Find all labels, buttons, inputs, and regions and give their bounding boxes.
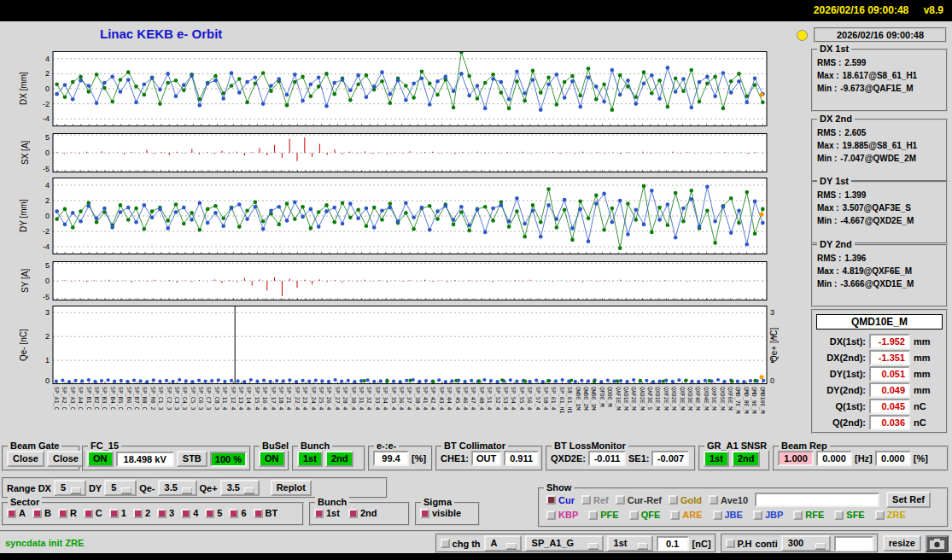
x-axis-label: SP_A3_C <box>69 387 75 410</box>
show-toggle-sfe-checkbox[interactable] <box>834 510 844 520</box>
gr-snsr-1st-button[interactable]: 1st <box>704 451 729 467</box>
screenshot-button[interactable] <box>926 535 949 552</box>
bunch-2nd-button[interactable]: 2nd <box>325 451 354 467</box>
show-toggle-zre-checkbox[interactable] <box>875 510 885 520</box>
beam-gate-close-1-button[interactable]: Close <box>7 451 44 467</box>
bunch-select[interactable]: 1st <box>607 535 653 551</box>
show-toggle-are[interactable]: ARE <box>670 510 702 520</box>
sector-toggle-c-checkbox[interactable] <box>84 509 93 518</box>
show-toggle-qfe-checkbox[interactable] <box>629 510 639 520</box>
beam-gate-close-2-button[interactable]: Close <box>47 451 85 467</box>
show-toggle-ave10-checkbox[interactable] <box>709 495 718 505</box>
show-toggle-ave10[interactable]: Ave10 <box>709 495 748 505</box>
rms-line: RMS :2.599 <box>813 56 946 69</box>
show-toggle-gold-checkbox[interactable] <box>669 495 678 505</box>
fc15-on-button[interactable]: ON <box>87 451 114 467</box>
sector-toggle-b[interactable]: B <box>32 508 51 518</box>
show-toggle-jbp[interactable]: JBP <box>753 510 783 520</box>
show-toggle-cur-checkbox[interactable] <box>546 495 556 505</box>
show-toggle-cur[interactable]: Cur <box>546 495 575 505</box>
sigma-toggle-visible[interactable]: visible <box>420 508 461 518</box>
ref-input[interactable] <box>755 493 879 507</box>
show-toggle-jbe[interactable]: JBE <box>713 510 743 520</box>
sigma-toggle-visible-checkbox[interactable] <box>420 509 429 518</box>
sector-toggle-2[interactable]: 2 <box>133 508 150 518</box>
sector-select[interactable]: A <box>484 535 522 551</box>
show-toggle-rfe-label: RFE <box>805 510 824 520</box>
show-toggle-jbe-checkbox[interactable] <box>713 510 722 520</box>
replot-button[interactable]: Replot <box>271 480 312 496</box>
group-label: GR_A1 SNSR <box>704 440 769 451</box>
range-qe-minus-select[interactable]: 3.5 <box>158 480 197 496</box>
show-toggle-are-checkbox[interactable] <box>670 510 680 520</box>
sector-toggle-6[interactable]: 6 <box>229 508 246 518</box>
show-toggle-pfe-checkbox[interactable] <box>588 510 598 520</box>
beam-rep-display-1: 1.000 <box>778 451 814 466</box>
status-controls: chg th A SP_A1_G 1st 0.1 [nC] P.H conti … <box>435 534 949 553</box>
show-toggle-cur-ref[interactable]: Cur-Ref <box>616 495 662 505</box>
sector-toggle-6-checkbox[interactable] <box>229 509 238 518</box>
sx-steering-plot: 50-5 <box>34 133 786 172</box>
show-toggle-sfe[interactable]: SFE <box>834 510 864 520</box>
bunch-1st-button[interactable]: 1st <box>297 451 323 467</box>
sector-toggle-5[interactable]: 5 <box>205 508 222 518</box>
interval-select[interactable]: 300 <box>781 535 831 551</box>
dx-axis-label: DX [mm] <box>19 51 30 126</box>
show-toggle-jbp-checkbox[interactable] <box>753 510 762 520</box>
show-toggle-ref-checkbox[interactable] <box>581 495 591 505</box>
range-dy-select[interactable]: 5 <box>104 480 137 496</box>
bunch-toggle-1st[interactable]: 1st <box>314 508 340 518</box>
gr-snsr-2nd-button[interactable]: 2nd <box>732 451 761 467</box>
sector-toggle-bt[interactable]: BT <box>254 508 278 518</box>
status-led <box>797 30 808 41</box>
sector-toggle-r[interactable]: R <box>58 508 77 518</box>
show-toggle-zre[interactable]: ZRE <box>875 510 906 520</box>
sector-toggle-c[interactable]: C <box>84 508 102 518</box>
show-toggle-cur-ref-checkbox[interactable] <box>616 495 625 505</box>
readout-value: 0.049 <box>869 382 910 398</box>
group-label: BuSel <box>260 440 291 451</box>
set-ref-button[interactable]: Set Ref <box>886 492 931 508</box>
max-line: Max :3.507@QAF3E_S <box>813 201 946 214</box>
sector-toggle-bt-checkbox[interactable] <box>254 509 263 518</box>
chg-th-toggle[interactable]: chg th <box>441 539 481 549</box>
bunch-toggle-2nd[interactable]: 2nd <box>348 508 377 518</box>
sector-toggle-a-checkbox[interactable] <box>7 509 16 518</box>
x-axis-label: QMD_9E_M <box>751 387 756 413</box>
chg-th-checkbox[interactable] <box>441 539 450 548</box>
resize-button[interactable]: resize <box>883 535 921 551</box>
show-toggle-qfe[interactable]: QFE <box>629 510 661 520</box>
sector-toggle-2-checkbox[interactable] <box>133 509 143 518</box>
bunch-toggle-1st-checkbox[interactable] <box>314 509 324 518</box>
show-toggle-ref[interactable]: Ref <box>581 495 609 505</box>
range-qe-plus-select[interactable]: 3.5 <box>220 480 260 496</box>
sector-toggle-1-checkbox[interactable] <box>109 509 119 518</box>
fc15-stb-button[interactable]: STB <box>177 451 207 467</box>
busel-on-button[interactable]: ON <box>259 451 285 467</box>
bunch-toggle-2nd-checkbox[interactable] <box>348 509 358 518</box>
sector-toggle-b-checkbox[interactable] <box>32 509 42 518</box>
sector-toggle-5-checkbox[interactable] <box>205 509 214 518</box>
ph-checkbox[interactable] <box>726 539 735 548</box>
ph-toggle[interactable]: P.H <box>726 539 752 549</box>
sector-toggle-4-checkbox[interactable] <box>181 509 190 518</box>
x-axis-label: SP_22_4 <box>294 387 300 410</box>
show-toggle-kbp[interactable]: KBP <box>546 510 578 520</box>
group-label: Beam Gate <box>8 440 61 451</box>
sector-toggle-3[interactable]: 3 <box>157 508 174 518</box>
dx-orbit-plot: 420-2-4 <box>34 51 786 126</box>
show-toggle-rfe-checkbox[interactable] <box>793 510 803 520</box>
show-toggle-kbp-checkbox[interactable] <box>546 510 556 520</box>
show-toggle-gold[interactable]: Gold <box>669 495 702 505</box>
sector-toggle-a[interactable]: A <box>7 508 26 518</box>
x-axis-label: SP_C7_3 <box>205 387 211 410</box>
range-dx-select[interactable]: 5 <box>54 480 86 496</box>
sector-toggle-4[interactable]: 4 <box>181 508 198 518</box>
sector-toggle-1[interactable]: 1 <box>109 508 126 518</box>
sector-toggle-3-checkbox[interactable] <box>157 509 166 518</box>
sector-toggle-r-checkbox[interactable] <box>58 509 67 518</box>
x-axis-label: SP_B3_C <box>101 387 107 410</box>
show-toggle-rfe[interactable]: RFE <box>793 510 824 520</box>
show-toggle-pfe[interactable]: PFE <box>588 510 618 520</box>
bpm-select[interactable]: SP_A1_G <box>525 535 604 551</box>
